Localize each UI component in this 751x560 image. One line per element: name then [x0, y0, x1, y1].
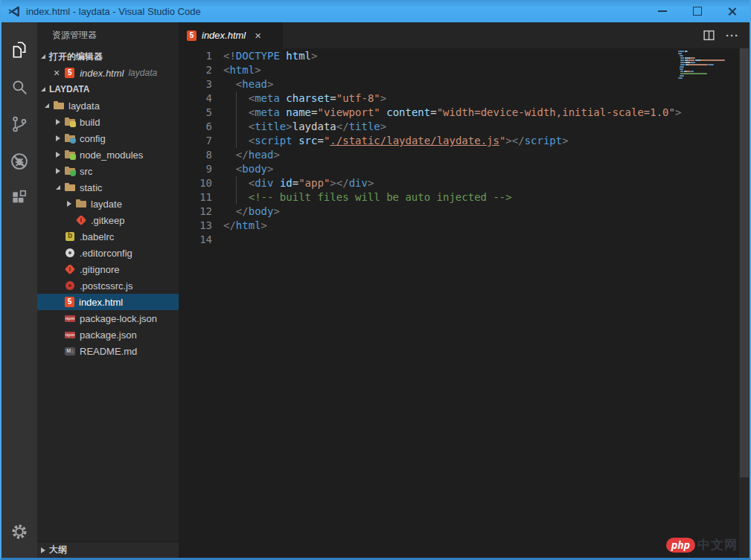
code-line-6[interactable]: 6 <title>laydata</title> — [179, 120, 750, 134]
code-line-13[interactable]: 13</html> — [179, 219, 750, 233]
extensions-icon — [10, 189, 29, 208]
split-editor-icon[interactable] — [703, 29, 715, 42]
folder-icon — [75, 198, 87, 210]
babel-icon — [65, 232, 74, 241]
tab-label: index.html — [202, 30, 246, 41]
folder-build-icon — [64, 116, 76, 128]
tree-item-.gitkeep[interactable]: .gitkeep — [37, 212, 179, 228]
tab-index-html[interactable]: index.html × — [179, 22, 283, 48]
tree-item-README.md[interactable]: README.md — [37, 343, 179, 359]
tree-item-node_modules[interactable]: node_modules — [37, 147, 179, 163]
debug-disabled-icon — [9, 151, 30, 172]
tree-item-laydate[interactable]: laydate — [37, 196, 179, 212]
code-editor[interactable]: 1<!DOCTYPE html>2<html>3 <head>4 <meta c… — [179, 48, 750, 247]
line-number: 10 — [179, 176, 212, 190]
sidebar-item-explorer[interactable] — [1, 31, 37, 68]
tree-item-label: index.html — [79, 297, 123, 308]
expanded-arrow-icon — [41, 54, 45, 59]
open-editor-item-index-html[interactable]: × index.html laydata — [37, 65, 179, 81]
none-arrow-icon — [56, 299, 60, 305]
collapsed-arrow-icon[interactable] — [56, 152, 60, 158]
html5-file-icon — [187, 30, 196, 41]
tree-item-label: node_modules — [80, 149, 143, 161]
editor-group: index.html × ··· 1<!DOCTYPE html>2<html>… — [179, 22, 750, 558]
settings-gear-icon — [10, 522, 29, 541]
scrollbar-slider[interactable] — [740, 48, 749, 477]
collapsed-arrow-icon[interactable] — [56, 135, 60, 141]
tree-item-label: .gitignore — [80, 264, 119, 275]
tree-item-.gitignore[interactable]: .gitignore — [37, 261, 179, 277]
tree-item-src[interactable]: src — [37, 163, 179, 179]
manage-settings-button[interactable] — [1, 513, 37, 550]
tree-item-label: build — [80, 117, 100, 128]
project-section-header[interactable]: LAYDATA — [37, 81, 179, 97]
open-editors-header[interactable]: 打开的编辑器 — [37, 48, 179, 65]
tree-item-label: laydata — [68, 100, 100, 112]
close-editor-icon[interactable]: × — [54, 68, 60, 78]
code-line-12[interactable]: 12 </body> — [179, 205, 750, 219]
minimize-button[interactable] — [645, 0, 680, 22]
tree-item-static[interactable]: static — [37, 179, 179, 196]
code-line-14[interactable]: 14 — [179, 233, 750, 247]
line-number: 8 — [179, 148, 212, 162]
vscode-logo-icon — [7, 5, 20, 18]
none-arrow-icon — [56, 348, 60, 354]
tree-item-.babelrc[interactable]: .babelrc — [37, 228, 179, 245]
code-line-9[interactable]: 9 <body> — [179, 162, 750, 176]
code-line-10[interactable]: 10 <div id="app"></div> — [179, 176, 750, 190]
folder-open-icon — [64, 181, 76, 193]
tree-item-index.html[interactable]: index.html — [37, 294, 179, 310]
code-line-2[interactable]: 2<html> — [179, 63, 750, 77]
line-number: 14 — [179, 233, 212, 247]
postcss-icon — [64, 280, 76, 292]
indent-guide — [236, 120, 237, 134]
tree-item-.postcssrc.js[interactable]: .postcssrc.js — [37, 277, 179, 294]
tree-item-laydata[interactable]: laydata — [37, 97, 179, 114]
expanded-arrow-icon[interactable] — [56, 185, 60, 190]
code-line-11[interactable]: 11 <!-- built files will be auto injecte… — [179, 190, 750, 205]
collapsed-arrow-icon[interactable] — [67, 201, 71, 207]
collapsed-arrow-icon[interactable] — [56, 119, 60, 125]
line-number: 2 — [179, 63, 212, 77]
sidebar-title: 资源管理器 — [37, 22, 179, 48]
code-line-5[interactable]: 5 <meta name="viewport" content="width=d… — [179, 106, 750, 120]
tree-item-label: src — [80, 166, 92, 177]
code-line-3[interactable]: 3 <head> — [179, 77, 750, 91]
tab-close-icon[interactable]: × — [255, 29, 261, 42]
code-line-7[interactable]: 7 <script src="./static/laydate/laydate.… — [179, 134, 750, 148]
line-number: 6 — [179, 120, 212, 134]
sidebar-item-source-control[interactable] — [1, 106, 37, 143]
tree-item-.editorconfig[interactable]: .editorconfig — [37, 245, 179, 261]
tree-item-label: static — [80, 182, 102, 193]
tree-item-package-lock.json[interactable]: package-lock.json — [37, 310, 179, 326]
outline-section-header[interactable]: 大纲 — [37, 541, 179, 558]
tree-item-label: config — [80, 133, 106, 144]
close-icon — [727, 7, 737, 16]
minimap[interactable] — [678, 51, 738, 82]
tree-item-label: laydate — [91, 199, 122, 210]
tree-item-config[interactable]: config — [37, 130, 179, 147]
code-line-4[interactable]: 4 <meta charset="utf-8"> — [179, 91, 750, 106]
src-icon — [64, 165, 76, 177]
close-button[interactable] — [715, 0, 750, 22]
sidebar-item-debug[interactable] — [1, 143, 37, 180]
collapsed-arrow-icon[interactable] — [56, 168, 60, 174]
npm-icon — [65, 315, 75, 322]
line-number: 3 — [179, 77, 212, 91]
vertical-scrollbar[interactable] — [739, 48, 750, 558]
more-actions-icon[interactable]: ··· — [726, 29, 739, 42]
window-title: index.html - laydata - Visual Studio Cod… — [26, 6, 201, 17]
tree-item-package.json[interactable]: package.json — [37, 326, 179, 343]
indent-guide — [236, 176, 237, 190]
sidebar-item-search[interactable] — [1, 68, 37, 106]
expanded-arrow-icon[interactable] — [45, 103, 49, 108]
tree-item-label: .gitkeep — [91, 215, 125, 226]
tree-item-build[interactable]: build — [37, 114, 179, 130]
indent-guide — [236, 91, 237, 106]
indent-guide — [236, 134, 237, 148]
maximize-button[interactable] — [680, 0, 715, 22]
sidebar-item-extensions[interactable] — [1, 180, 37, 217]
code-line-8[interactable]: 8 </head> — [179, 148, 750, 162]
code-line-1[interactable]: 1<!DOCTYPE html> — [179, 49, 750, 63]
files-explorer-icon — [10, 40, 29, 59]
